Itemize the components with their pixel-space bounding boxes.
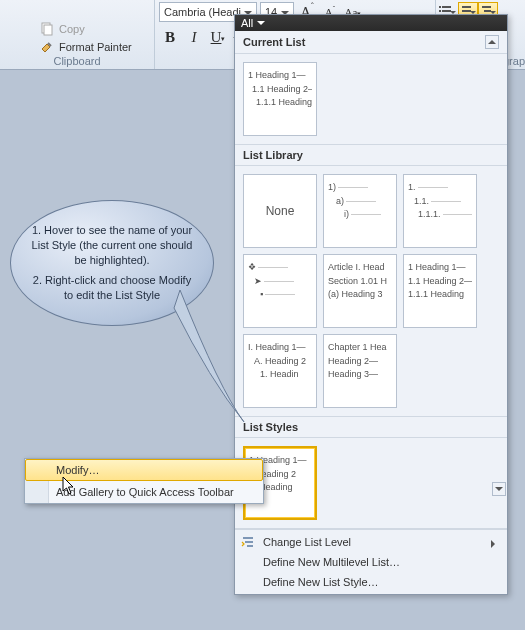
multilevel-list-dropdown: All Current List 1 Heading 1— 1.1 Headin… bbox=[234, 14, 508, 595]
callout-text-1: 1. Hover to see the name of your List St… bbox=[31, 223, 193, 268]
thumb-line: a) bbox=[336, 196, 344, 206]
callout-text-2: 2. Right-click and choose Modify to edit… bbox=[31, 273, 193, 303]
italic-button[interactable]: I bbox=[183, 26, 205, 48]
thumb-line: Heading 2— bbox=[328, 356, 378, 366]
copy-label: Copy bbox=[59, 23, 85, 35]
dropdown-bottom-actions: Change List Level Define New Multilevel … bbox=[235, 529, 507, 594]
copy-button[interactable]: Copy bbox=[34, 20, 150, 38]
paste-button[interactable] bbox=[4, 2, 32, 52]
thumb-line: 1) bbox=[328, 182, 336, 192]
change-list-level-item[interactable]: Change List Level bbox=[235, 532, 507, 552]
list-library-title: List Library bbox=[243, 149, 303, 161]
library-thumb-heading-num[interactable]: 1 Heading 1— 1.1 Heading 2— 1.1.1 Headin… bbox=[403, 254, 477, 328]
current-list-section-title: Current List bbox=[235, 31, 507, 54]
library-thumb-article[interactable]: Article I. Head Section 1.01 H (a) Headi… bbox=[323, 254, 397, 328]
thumb-line: 1.1.1 Heading bbox=[408, 289, 464, 299]
callout-tail bbox=[170, 270, 260, 430]
underline-glyph: U bbox=[211, 29, 222, 46]
define-new-style-label: Define New List Style… bbox=[263, 576, 379, 588]
define-new-ml-item[interactable]: Define New Multilevel List… bbox=[235, 552, 507, 572]
underline-button[interactable]: U ▾ bbox=[207, 26, 229, 48]
font-name-value: Cambria (Headi bbox=[164, 6, 241, 18]
thumb-line: i) bbox=[344, 209, 349, 219]
scroll-up-button[interactable] bbox=[485, 35, 499, 49]
thumb-line: 1.1.1 Heading bbox=[256, 97, 312, 107]
thumb-line: 1.1 Heading 2— bbox=[252, 84, 312, 94]
thumb-line: A. Heading 2 bbox=[254, 356, 306, 366]
list-library-gallery: None 1) a) i) 1. 1.1. 1.1.1. ❖ ➤ ▪ Artic… bbox=[235, 166, 507, 417]
list-styles-section-title: List Styles bbox=[235, 417, 507, 438]
library-thumb-paren[interactable]: 1) a) i) bbox=[323, 174, 397, 248]
dropdown-filter[interactable]: All bbox=[235, 15, 507, 31]
context-menu: Modify… Add Gallery to Quick Access Tool… bbox=[24, 458, 264, 504]
scroll-down-button[interactable] bbox=[492, 482, 506, 496]
dropdown-filter-label: All bbox=[241, 17, 253, 29]
define-new-style-item[interactable]: Define New List Style… bbox=[235, 572, 507, 592]
format-painter-button[interactable]: Format Painter bbox=[34, 38, 150, 56]
thumb-line: (a) Heading 3 bbox=[328, 289, 383, 299]
thumb-line: Heading 3— bbox=[328, 369, 378, 379]
change-list-level-icon bbox=[241, 535, 257, 551]
thumb-line: Section 1.01 H bbox=[328, 276, 387, 286]
thumb-line: ▪ bbox=[260, 289, 263, 299]
library-thumb-dotted[interactable]: 1. 1.1. 1.1.1. bbox=[403, 174, 477, 248]
thumb-line: 1 Heading 1— bbox=[248, 70, 306, 80]
current-list-thumb[interactable]: 1 Heading 1— 1.1 Heading 2— 1.1.1 Headin… bbox=[243, 62, 317, 136]
thumb-line: Article I. Head bbox=[328, 262, 385, 272]
format-painter-label: Format Painter bbox=[59, 41, 132, 53]
library-thumb-none[interactable]: None bbox=[243, 174, 317, 248]
thumb-line: Heading bbox=[259, 482, 293, 492]
list-library-section-title: List Library bbox=[235, 145, 507, 166]
thumb-line: 1. Headin bbox=[260, 369, 299, 379]
clipboard-group: ✂ Cut Copy Format Painter Clipboard bbox=[0, 0, 155, 69]
clipboard-group-label: Clipboard bbox=[0, 55, 154, 67]
define-new-ml-label: Define New Multilevel List… bbox=[263, 556, 400, 568]
list-styles-gallery: 1 Heading 1— Heading 2 Heading bbox=[235, 438, 507, 529]
thumb-line: 1.1. bbox=[414, 196, 429, 206]
format-painter-icon bbox=[39, 39, 55, 55]
current-list-title: Current List bbox=[243, 36, 305, 48]
thumb-line: 1 Heading 1— bbox=[408, 262, 466, 272]
thumb-line: 1.1.1. bbox=[418, 209, 441, 219]
copy-icon bbox=[39, 21, 55, 37]
thumb-line: 1. bbox=[408, 182, 416, 192]
current-list-gallery: 1 Heading 1— 1.1 Heading 2— 1.1.1 Headin… bbox=[235, 54, 507, 145]
context-add-gallery-item[interactable]: Add Gallery to Quick Access Toolbar bbox=[25, 481, 263, 503]
change-list-level-label: Change List Level bbox=[263, 536, 351, 548]
callout: 1. Hover to see the name of your List St… bbox=[10, 200, 214, 340]
context-modify-label: Modify… bbox=[56, 464, 99, 476]
library-thumb-chapter[interactable]: Chapter 1 Hea Heading 2— Heading 3— bbox=[323, 334, 397, 408]
thumb-line: 1.1 Heading 2— bbox=[408, 276, 472, 286]
context-add-gallery-label: Add Gallery to Quick Access Toolbar bbox=[56, 486, 234, 498]
bold-button[interactable]: B bbox=[159, 26, 181, 48]
svg-rect-1 bbox=[44, 25, 52, 35]
context-modify-item[interactable]: Modify… bbox=[25, 459, 263, 481]
none-label: None bbox=[266, 202, 295, 220]
thumb-line: Chapter 1 Hea bbox=[328, 342, 387, 352]
